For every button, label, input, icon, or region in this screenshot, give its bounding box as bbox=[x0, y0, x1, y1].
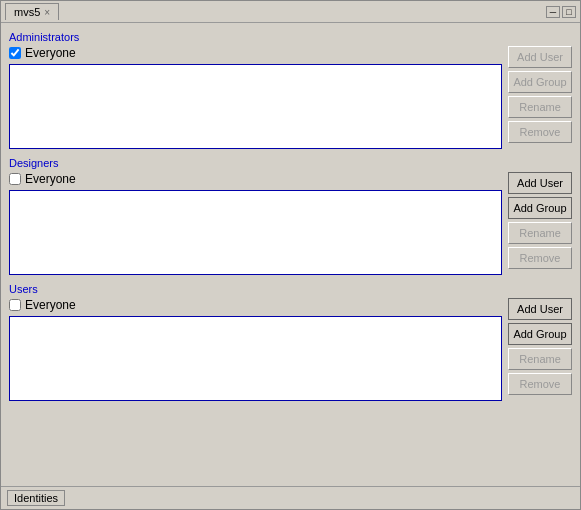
users-body: Everyone Add User Add Group Rename Remov… bbox=[9, 298, 572, 401]
designers-body: Everyone Add User Add Group Rename Remov… bbox=[9, 172, 572, 275]
main-window: mvs5 × ─ □ Administrators Everyone Add U… bbox=[0, 0, 581, 510]
administrators-rename-button[interactable]: Rename bbox=[508, 96, 572, 118]
minimize-button[interactable]: ─ bbox=[546, 6, 560, 18]
tab-close-icon[interactable]: × bbox=[44, 7, 50, 18]
main-content: Administrators Everyone Add User Add Gro… bbox=[1, 23, 580, 486]
administrators-add-user-button[interactable]: Add User bbox=[508, 46, 572, 68]
designers-buttons: Add User Add Group Rename Remove bbox=[508, 172, 572, 275]
window-tab[interactable]: mvs5 × bbox=[5, 3, 59, 20]
users-add-group-button[interactable]: Add Group bbox=[508, 323, 572, 345]
users-everyone-checkbox[interactable] bbox=[9, 299, 21, 311]
users-everyone-label: Everyone bbox=[25, 298, 76, 312]
designers-everyone-checkbox[interactable] bbox=[9, 173, 21, 185]
users-rename-button[interactable]: Rename bbox=[508, 348, 572, 370]
designers-add-group-button[interactable]: Add Group bbox=[508, 197, 572, 219]
users-everyone-row: Everyone bbox=[9, 298, 502, 312]
administrators-everyone-checkbox[interactable] bbox=[9, 47, 21, 59]
maximize-button[interactable]: □ bbox=[562, 6, 576, 18]
designers-section: Designers Everyone Add User Add Group Re… bbox=[9, 157, 572, 275]
designers-left: Everyone bbox=[9, 172, 502, 275]
administrators-buttons: Add User Add Group Rename Remove bbox=[508, 46, 572, 149]
bottom-bar: Identities bbox=[1, 486, 580, 509]
users-label: Users bbox=[9, 283, 572, 295]
users-buttons: Add User Add Group Rename Remove bbox=[508, 298, 572, 401]
designers-everyone-row: Everyone bbox=[9, 172, 502, 186]
administrators-list[interactable] bbox=[9, 64, 502, 149]
administrators-section: Administrators Everyone Add User Add Gro… bbox=[9, 31, 572, 149]
users-section: Users Everyone Add User Add Group Rename… bbox=[9, 283, 572, 401]
window-controls: ─ □ bbox=[546, 6, 576, 18]
administrators-everyone-label: Everyone bbox=[25, 46, 76, 60]
administrators-everyone-row: Everyone bbox=[9, 46, 502, 60]
designers-list[interactable] bbox=[9, 190, 502, 275]
title-bar: mvs5 × ─ □ bbox=[1, 1, 580, 23]
designers-label: Designers bbox=[9, 157, 572, 169]
users-add-user-button[interactable]: Add User bbox=[508, 298, 572, 320]
administrators-add-group-button[interactable]: Add Group bbox=[508, 71, 572, 93]
users-list[interactable] bbox=[9, 316, 502, 401]
users-remove-button[interactable]: Remove bbox=[508, 373, 572, 395]
designers-everyone-label: Everyone bbox=[25, 172, 76, 186]
users-left: Everyone bbox=[9, 298, 502, 401]
identities-tab[interactable]: Identities bbox=[7, 490, 65, 506]
administrators-body: Everyone Add User Add Group Rename Remov… bbox=[9, 46, 572, 149]
designers-remove-button[interactable]: Remove bbox=[508, 247, 572, 269]
designers-add-user-button[interactable]: Add User bbox=[508, 172, 572, 194]
window-title: mvs5 bbox=[14, 6, 40, 18]
administrators-left: Everyone bbox=[9, 46, 502, 149]
administrators-label: Administrators bbox=[9, 31, 572, 43]
administrators-remove-button[interactable]: Remove bbox=[508, 121, 572, 143]
designers-rename-button[interactable]: Rename bbox=[508, 222, 572, 244]
